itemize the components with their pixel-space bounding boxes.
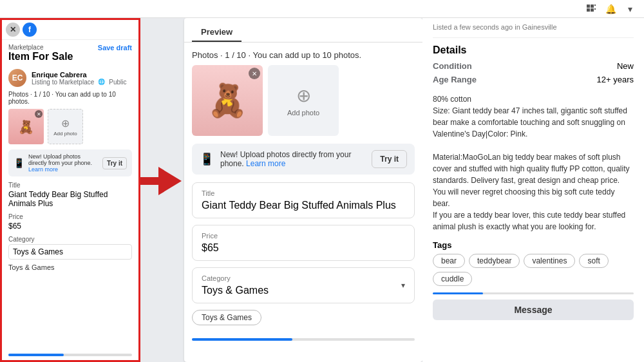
- preview-category-label: Category: [202, 274, 405, 282]
- preview-price-group: Price $65: [192, 225, 415, 261]
- upload-phone-icon: 📱: [200, 152, 214, 166]
- listed-ago: Listed a few seconds ago in Gainesville: [433, 18, 634, 38]
- svg-rect-3: [591, 8, 594, 12]
- learn-more-link[interactable]: Learn more: [246, 159, 285, 168]
- preview-category-value: Toys & Games: [202, 285, 405, 296]
- left-form-panel: ✕ f Marketplace Item For Sale Save draft…: [0, 18, 140, 362]
- user-row: EC Enrique Cabrera Listing to Marketplac…: [2, 66, 138, 90]
- age-range-row: Age Range 12+ years: [433, 75, 634, 84]
- photos-row-small: 🧸 ✕ ⊕ Add photo: [2, 106, 138, 147]
- preview-title-group: Title Giant Teddy Bear Big Stuffed Anima…: [192, 182, 415, 218]
- add-photo-icon: ⊕: [296, 85, 311, 106]
- try-it-button[interactable]: Try it: [372, 150, 407, 168]
- preview-photo-main: 🧸 ✕: [192, 65, 263, 136]
- photos-label-small: Photos · 1 / 10 · You can add up to 10 p…: [2, 90, 138, 106]
- title-label-small: Title: [8, 182, 132, 189]
- message-button[interactable]: Message: [433, 300, 634, 320]
- avatar-initials: EC: [12, 73, 23, 82]
- top-bar-icons: 🔔 ▾: [585, 3, 636, 15]
- preview-progress-bar: [192, 338, 415, 341]
- top-bar: 🔔 ▾: [0, 0, 644, 18]
- condition-label: Condition: [433, 61, 472, 71]
- upload-banner-small: 📱 New! Upload photos directly from your …: [8, 149, 132, 176]
- panel-header: Marketplace Item For Sale Save draft: [2, 40, 138, 66]
- condition-row: Condition New: [433, 61, 634, 71]
- add-photo-small-label: Add photo: [53, 131, 77, 137]
- right-detail-panel: Listed a few seconds ago in Gainesville …: [422, 18, 644, 362]
- svg-rect-2: [587, 8, 590, 12]
- title-field-small: Title Giant Teddy Bear Big Stuffed Anima…: [2, 179, 138, 211]
- title-value-small: Giant Teddy Bear Big Stuffed Animals Plu…: [8, 190, 132, 208]
- preview-content: Photos · 1 / 10 · You can add up to 10 p…: [184, 43, 422, 362]
- subcategory-tag[interactable]: Toys & Games: [192, 310, 261, 325]
- close-icon[interactable]: ✕: [6, 23, 20, 37]
- facebook-icon[interactable]: f: [23, 23, 37, 37]
- user-info: Enrique Cabrera Listing to Marketplace 🌐…: [32, 71, 127, 86]
- preview-price-label: Price: [202, 232, 405, 240]
- details-section: Details Condition New Age Range 12+ year…: [433, 44, 634, 84]
- chevron-down-icon[interactable]: ▾: [623, 3, 636, 15]
- category-select-small[interactable]: Toys & Games: [8, 244, 132, 260]
- preview-photos-label: Photos · 1 / 10 · You can add up to 10 p…: [192, 50, 415, 60]
- tag-chip[interactable]: teddybear: [469, 254, 520, 268]
- user-meta: Listing to Marketplace 🌐 Public: [32, 79, 127, 86]
- preview-photo-close[interactable]: ✕: [249, 68, 260, 79]
- bell-icon[interactable]: 🔔: [604, 3, 617, 15]
- preview-photos-row: 🧸 ✕ ⊕ Add photo: [192, 65, 415, 136]
- preview-add-photo[interactable]: ⊕ Add photo: [268, 65, 339, 136]
- grid-icon[interactable]: [585, 3, 598, 15]
- save-draft-button[interactable]: Save draft: [98, 44, 132, 52]
- try-it-button-small[interactable]: Try it: [102, 157, 127, 169]
- visibility-label: Public: [109, 79, 126, 86]
- preview-panel: Preview Photos · 1 / 10 · You can add up…: [184, 18, 422, 362]
- preview-upload-banner: 📱 New! Upload photos directly from your …: [192, 144, 415, 175]
- preview-title-label: Title: [202, 189, 405, 197]
- price-label-small: Price: [8, 213, 132, 220]
- progress-mini-fill: [433, 292, 483, 294]
- tag-chip[interactable]: valentines: [524, 254, 575, 268]
- preview-tab-bar: Preview: [184, 18, 422, 43]
- description-text: 80% cotton Size: Giant teddy bear 47 inc…: [433, 93, 634, 233]
- upload-text: New! Upload photos directly from your ph…: [220, 150, 365, 168]
- photo-thumbnail-1: 🧸 ✕: [8, 109, 44, 144]
- svg-rect-0: [587, 5, 590, 8]
- preview-category-group[interactable]: Category Toys & Games ▾: [192, 267, 415, 303]
- price-value-small: $65: [8, 222, 132, 231]
- subcategory-tag-small: Toys & Games: [8, 263, 132, 271]
- user-name: Enrique Cabrera: [32, 71, 127, 79]
- svg-rect-5: [594, 8, 596, 10]
- price-field-small: Price $65: [2, 211, 138, 233]
- arrow-indicator: [140, 167, 182, 195]
- message-section: Message: [433, 292, 634, 320]
- panel-top-icons: ✕ f: [2, 20, 138, 40]
- tags-label: Tags: [433, 240, 634, 250]
- progress-mini: [433, 292, 634, 294]
- age-range-value: 12+ years: [597, 75, 634, 84]
- form-progress-fill: [8, 354, 64, 356]
- preview-title-value: Giant Teddy Bear Big Stuffed Animals Plu…: [202, 200, 405, 211]
- add-photo-small-button[interactable]: ⊕ Add photo: [48, 109, 83, 144]
- tag-chip[interactable]: cuddle: [433, 272, 472, 286]
- preview-tab[interactable]: Preview: [192, 23, 242, 42]
- photo-close-small[interactable]: ✕: [35, 110, 43, 118]
- svg-rect-4: [594, 5, 596, 6]
- phone-icon-small: 📱: [14, 158, 24, 168]
- age-range-label: Age Range: [433, 75, 477, 84]
- avatar: EC: [8, 69, 26, 87]
- tag-chip[interactable]: bear: [433, 254, 465, 268]
- tag-chip[interactable]: soft: [579, 254, 608, 268]
- category-field-small[interactable]: Category Toys & Games: [2, 233, 138, 262]
- marketplace-label: Marketplace: [8, 44, 73, 51]
- add-photo-label: Add photo: [287, 109, 319, 117]
- arrow-head: [158, 167, 182, 195]
- tags-row: bearteddybearvalentinessoftcuddle: [433, 254, 634, 286]
- learn-more-small[interactable]: Learn more: [28, 166, 58, 173]
- public-icon: 🌐: [98, 79, 105, 85]
- svg-rect-1: [591, 5, 594, 8]
- upload-banner-text-small: New! Upload photos directly from your ph…: [28, 153, 99, 173]
- details-title: Details: [433, 44, 634, 56]
- preview-price-value: $65: [202, 242, 405, 254]
- category-label-small: Category: [8, 236, 132, 243]
- listing-to-label: Listing to Marketplace: [32, 79, 94, 86]
- add-photo-icon-small: ⊕: [61, 117, 70, 129]
